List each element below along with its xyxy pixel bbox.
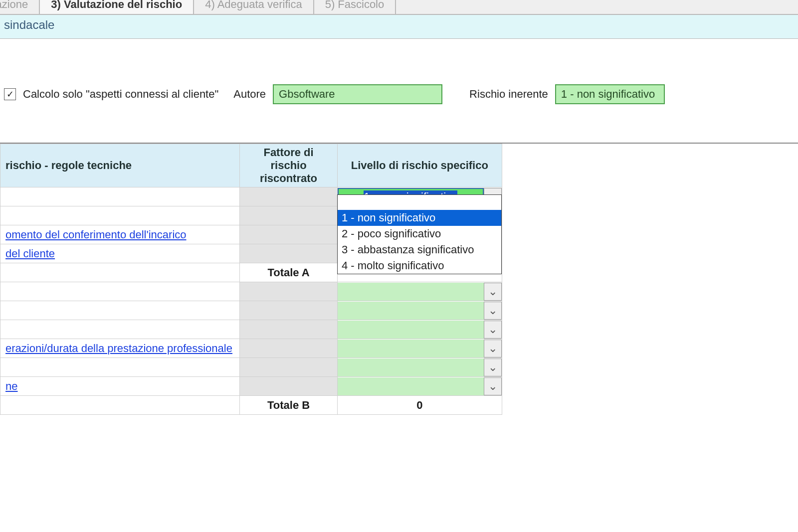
context-subtitle: sindacale <box>0 15 798 39</box>
chevron-down-icon[interactable]: ⌄ <box>484 283 502 301</box>
inherent-risk-field[interactable]: 1 - non significativo <box>555 84 665 104</box>
risk-grid: rischio - regole tecniche Fattore di ris… <box>0 144 502 415</box>
dropdown-option[interactable]: 1 - non significativo <box>338 210 501 226</box>
rule-link[interactable]: omento del conferimento dell'incarico <box>0 225 240 244</box>
col-header-factor: Fattore di rischio riscontrato <box>240 144 337 187</box>
dropdown-option[interactable]: 4 - molto significativo <box>338 258 501 274</box>
col-header-description: rischio - regole tecniche <box>0 144 240 187</box>
table-row: erazioni/durata della prestazione profes… <box>0 339 502 358</box>
total-b-value: 0 <box>337 396 502 415</box>
total-a-label: Totale A <box>240 263 337 282</box>
risk-level-combo[interactable]: ⌄ <box>338 340 502 357</box>
rule-link[interactable]: ne <box>0 377 240 396</box>
only-client-aspects-checkbox[interactable]: ✓ <box>4 88 16 100</box>
risk-level-dropdown[interactable]: 1 - non significativo 2 - poco significa… <box>337 194 502 274</box>
risk-level-combo[interactable]: ⌄ <box>338 321 502 339</box>
dropdown-option[interactable]: 3 - abbastanza significativo <box>338 242 501 258</box>
risk-level-combo[interactable]: ⌄ <box>338 302 502 320</box>
chevron-down-icon[interactable]: ⌄ <box>484 302 502 320</box>
tab-adeguata-verifica[interactable]: 4) Adeguata verifica <box>194 0 314 14</box>
author-label: Autore <box>233 88 266 101</box>
table-row: ⌄ <box>0 282 502 301</box>
chevron-down-icon[interactable]: ⌄ <box>484 340 502 357</box>
only-client-aspects-label: Calcolo solo "aspetti connessi al client… <box>23 88 218 101</box>
table-row: ne ⌄ <box>0 377 502 396</box>
table-row: ⌄ <box>0 320 502 339</box>
table-row: ⌄ <box>0 301 502 320</box>
table-row: Totale B 0 <box>0 396 502 415</box>
desc-cell <box>0 187 240 206</box>
tab-valutazione-rischio[interactable]: 3) Valutazione del rischio <box>40 0 194 14</box>
risk-level-combo[interactable]: ⌄ <box>338 283 502 301</box>
risk-controls-row: ✓ Calcolo solo "aspetti connessi al clie… <box>0 39 798 144</box>
tab-prestazione[interactable]: e / prestazione <box>0 0 40 14</box>
tab-fascicolo[interactable]: 5) Fascicolo <box>314 0 397 14</box>
rule-link[interactable]: erazioni/durata della prestazione profes… <box>0 339 240 358</box>
col-header-level: Livello di rischio specifico <box>337 144 502 187</box>
chevron-down-icon[interactable]: ⌄ <box>484 321 502 339</box>
risk-level-combo[interactable]: ⌄ <box>338 358 502 376</box>
table-row: ⌄ <box>0 358 502 377</box>
risk-level-combo[interactable]: ⌄ <box>338 377 502 395</box>
inherent-risk-label: Rischio inerente <box>469 88 548 101</box>
wizard-tabs: e / prestazione 3) Valutazione del risch… <box>0 0 798 15</box>
dropdown-option[interactable]: 2 - poco significativo <box>338 226 501 242</box>
factor-cell <box>240 187 337 206</box>
rule-link[interactable]: del cliente <box>0 244 240 263</box>
chevron-down-icon[interactable]: ⌄ <box>484 377 502 395</box>
dropdown-option-blank[interactable] <box>338 195 501 210</box>
chevron-down-icon[interactable]: ⌄ <box>484 358 502 376</box>
author-field[interactable]: Gbsoftware <box>273 84 442 104</box>
total-b-label: Totale B <box>240 396 337 415</box>
